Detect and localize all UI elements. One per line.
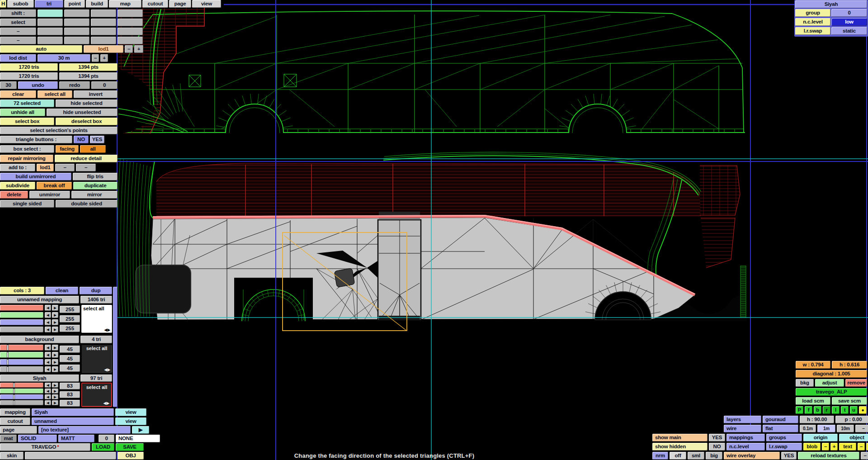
text-button[interactable]: text bbox=[839, 443, 856, 451]
redo-button[interactable]: redo bbox=[59, 81, 90, 89]
reload-textures-button[interactable]: reload textures bbox=[798, 452, 859, 460]
select-slot[interactable] bbox=[38, 19, 63, 26]
mode-slot[interactable] bbox=[91, 28, 116, 35]
decrement-button[interactable]: ◀ bbox=[45, 359, 51, 365]
mode-slot[interactable] bbox=[64, 37, 90, 44]
mode-slot[interactable] bbox=[64, 28, 90, 35]
menu-item-page[interactable]: page bbox=[169, 0, 191, 8]
save-button[interactable]: SAVE bbox=[116, 443, 144, 451]
mode-slot[interactable] bbox=[38, 37, 63, 44]
red-slider[interactable] bbox=[0, 345, 43, 351]
alpha-slider[interactable] bbox=[0, 327, 43, 332]
shift-slot[interactable] bbox=[91, 9, 116, 17]
skin-label[interactable]: skin bbox=[0, 452, 24, 460]
group-value[interactable]: 0 bbox=[831, 9, 867, 17]
increment-button[interactable]: ▶ bbox=[52, 345, 58, 351]
increment-button[interactable]: ▶ bbox=[52, 319, 58, 325]
wire-overlay-button[interactable]: wire overlay bbox=[724, 452, 780, 460]
flat-button[interactable]: flat bbox=[763, 425, 798, 432]
dup-button[interactable]: dup bbox=[80, 287, 112, 294]
shift-slot-active[interactable] bbox=[38, 9, 63, 17]
cutout-view-button[interactable]: view bbox=[115, 417, 146, 425]
proj-r-button-active[interactable]: r bbox=[823, 406, 830, 414]
increment-button[interactable]: ▶ bbox=[52, 327, 58, 332]
bus-door[interactable] bbox=[378, 212, 421, 320]
materials-scrollbar[interactable] bbox=[113, 287, 118, 407]
nrm-sml-button[interactable]: sml bbox=[688, 452, 704, 460]
mat-texture[interactable]: NONE bbox=[116, 435, 160, 442]
select-slot[interactable] bbox=[91, 19, 116, 26]
lr-swap-label[interactable]: l.r.swap bbox=[795, 27, 830, 35]
group-select-all-button[interactable]: select all ◀▶ bbox=[81, 305, 112, 333]
blob-plus-button[interactable]: + bbox=[830, 443, 838, 451]
build-unmirrored-button[interactable]: build unmirrored bbox=[0, 173, 71, 180]
select-selection-points-button[interactable]: select selection's points bbox=[0, 127, 118, 134]
blue-slider[interactable] bbox=[0, 394, 43, 399]
lr-swap-button[interactable]: l.r.swap bbox=[766, 443, 802, 451]
increment-button[interactable]: ▶ bbox=[52, 383, 58, 388]
lod-dist-label[interactable]: lod dist bbox=[0, 54, 36, 62]
increment-button[interactable]: ▶ bbox=[52, 359, 58, 365]
blue-value[interactable]: 255 bbox=[60, 325, 80, 332]
hide-unselected-button[interactable]: hide unselected bbox=[47, 109, 118, 116]
invert-button[interactable]: invert bbox=[74, 90, 118, 98]
show-main-toggle[interactable]: YES bbox=[709, 434, 725, 441]
proj-dot-button[interactable]: ● bbox=[859, 406, 867, 414]
load-scm-button[interactable]: load scm bbox=[796, 397, 830, 405]
nc-level-label[interactable]: n.c.level bbox=[795, 18, 830, 26]
red-value[interactable]: 255 bbox=[60, 306, 80, 313]
blue-value[interactable]: 83 bbox=[60, 400, 80, 407]
increment-button[interactable]: ▶ bbox=[52, 305, 58, 311]
save-scm-button[interactable]: save scm bbox=[832, 397, 867, 405]
groups-button[interactable]: groups bbox=[766, 434, 802, 441]
red-value[interactable]: 83 bbox=[60, 383, 80, 389]
lod1-button[interactable]: lod1 bbox=[84, 45, 123, 53]
mat-matt[interactable]: MATT bbox=[58, 435, 94, 442]
menu-item-point[interactable]: point bbox=[64, 0, 85, 8]
subdivide-button[interactable]: subdivide bbox=[0, 182, 35, 190]
select-slot[interactable] bbox=[64, 19, 90, 26]
show-hidden-toggle[interactable]: NO bbox=[709, 443, 725, 451]
page-value[interactable]: [no texture] bbox=[38, 426, 131, 434]
menu-item-map[interactable]: map bbox=[109, 0, 142, 8]
unhide-all-button[interactable]: unhide all bbox=[0, 109, 45, 116]
mode-slot[interactable] bbox=[118, 37, 143, 44]
shift-slot[interactable] bbox=[118, 9, 143, 17]
object-name[interactable]: Siyah bbox=[795, 0, 867, 8]
add-to-lod1-button[interactable]: lod1 bbox=[37, 164, 54, 171]
delete-button[interactable]: delete bbox=[0, 191, 28, 199]
menu-item-cutout[interactable]: cutout bbox=[142, 0, 168, 8]
decrement-button[interactable]: ◀ bbox=[45, 352, 51, 358]
decrement-button[interactable]: ◀ bbox=[45, 383, 51, 388]
decrement-button[interactable]: ◀ bbox=[45, 345, 51, 351]
break-off-button[interactable]: break off bbox=[37, 182, 72, 190]
model-name-button[interactable]: TRAVEGO* bbox=[0, 443, 90, 451]
group-name[interactable]: background bbox=[0, 336, 79, 343]
page-arrows[interactable]: ◀▶ bbox=[104, 368, 111, 372]
decrement-button[interactable]: ◀ bbox=[45, 366, 51, 372]
repair-mirroring-button[interactable]: repair mirroring bbox=[0, 155, 53, 162]
group-name[interactable]: unnamed mapping bbox=[0, 296, 79, 304]
menu-item-subob[interactable]: subob bbox=[7, 0, 34, 8]
decrement-button[interactable]: ◀ bbox=[45, 389, 51, 394]
mapping-value[interactable]: Siyah bbox=[32, 408, 114, 416]
deselect-box-button[interactable]: deselect box bbox=[56, 118, 118, 125]
clear-button[interactable]: clear bbox=[0, 90, 36, 98]
mat-solid[interactable]: SOLID bbox=[18, 435, 57, 442]
mode-slot[interactable] bbox=[118, 28, 143, 35]
mappings-button[interactable]: mappings bbox=[726, 434, 765, 441]
green-value[interactable]: 255 bbox=[60, 315, 80, 322]
unmirror-button[interactable]: unmirror bbox=[29, 191, 70, 199]
show-main-button[interactable]: show main bbox=[652, 434, 708, 441]
green-value[interactable]: 45 bbox=[60, 355, 80, 362]
grid-10m-button[interactable]: 10m bbox=[837, 425, 854, 432]
text-plus-button[interactable]: + bbox=[866, 443, 868, 451]
group-name[interactable]: Siyah bbox=[0, 375, 79, 382]
decrement-button[interactable]: ◀ bbox=[45, 312, 51, 318]
duplicate-button[interactable]: duplicate bbox=[73, 182, 118, 190]
nc-level-button[interactable]: n.c.level bbox=[726, 443, 765, 451]
alpha-slider[interactable] bbox=[0, 400, 43, 405]
grid-01m-button[interactable]: 0.1m bbox=[800, 425, 816, 432]
select-box-button[interactable]: select box bbox=[0, 118, 54, 125]
menu-item-view[interactable]: view bbox=[192, 0, 221, 8]
